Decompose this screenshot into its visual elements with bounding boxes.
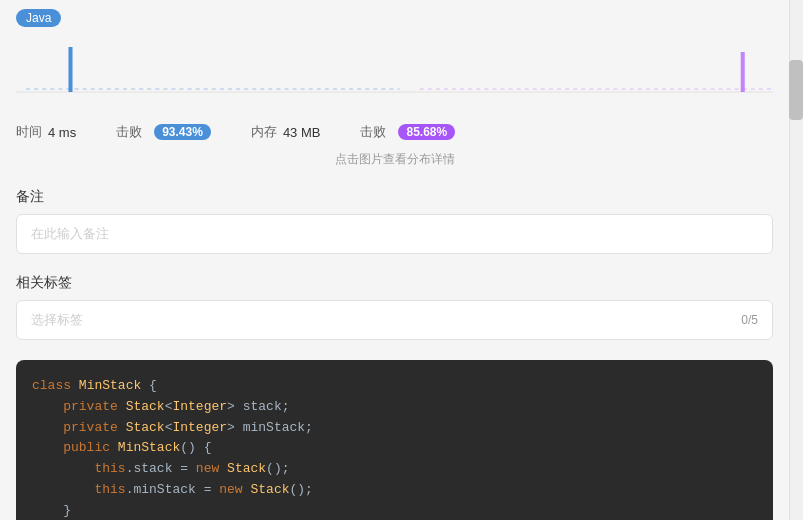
defeat2-label: 击败 — [360, 123, 386, 141]
defeat2-stat: 击败 85.68% — [360, 123, 455, 141]
time-label: 时间 — [16, 123, 42, 141]
code-line-1: class MinStack { — [32, 376, 757, 397]
tags-title: 相关标签 — [16, 274, 773, 292]
code-line-6: this.minStack = new Stack(); — [32, 480, 757, 501]
scrollbar-track — [789, 0, 803, 520]
time-value: 4 ms — [48, 125, 76, 140]
defeat2-badge: 85.68% — [398, 124, 455, 140]
page-wrapper: Java 时间 4 ms 击败 — [0, 0, 803, 520]
code-block: class MinStack { private Stack<Integer> … — [16, 360, 773, 520]
java-tag[interactable]: Java — [16, 9, 61, 27]
content-area: Java 时间 4 ms 击败 — [0, 0, 789, 520]
svg-rect-1 — [68, 47, 72, 92]
code-line-4: public MinStack() { — [32, 438, 757, 459]
time-stat: 时间 4 ms — [16, 123, 76, 141]
code-line-2: private Stack<Integer> stack; — [32, 397, 757, 418]
chart-area[interactable] — [0, 27, 789, 117]
defeat1-label: 击败 — [116, 123, 142, 141]
performance-chart[interactable] — [16, 37, 773, 97]
defeat1-badge: 93.43% — [154, 124, 211, 140]
memory-value: 43 MB — [283, 125, 321, 140]
tags-selector[interactable]: 选择标签 0/5 — [16, 300, 773, 340]
code-line-3: private Stack<Integer> minStack; — [32, 418, 757, 439]
code-line-5: this.stack = new Stack(); — [32, 459, 757, 480]
svg-rect-3 — [741, 52, 745, 92]
tags-placeholder: 选择标签 — [31, 311, 83, 329]
tag-area: Java — [0, 0, 789, 27]
note-input[interactable]: 在此输入备注 — [16, 214, 773, 254]
memory-stat: 内存 43 MB — [251, 123, 321, 141]
code-line-7: } — [32, 501, 757, 520]
note-title: 备注 — [16, 188, 773, 206]
defeat1-stat: 击败 93.43% — [116, 123, 211, 141]
memory-label: 内存 — [251, 123, 277, 141]
tags-count: 0/5 — [741, 313, 758, 327]
chart-hint[interactable]: 点击图片查看分布详情 — [0, 147, 789, 178]
stats-row: 时间 4 ms 击败 93.43% 内存 43 MB 击败 85.68% — [0, 117, 789, 147]
tags-section: 相关标签 选择标签 0/5 — [0, 264, 789, 350]
scrollbar-thumb[interactable] — [789, 60, 803, 120]
note-section: 备注 在此输入备注 — [0, 178, 789, 264]
